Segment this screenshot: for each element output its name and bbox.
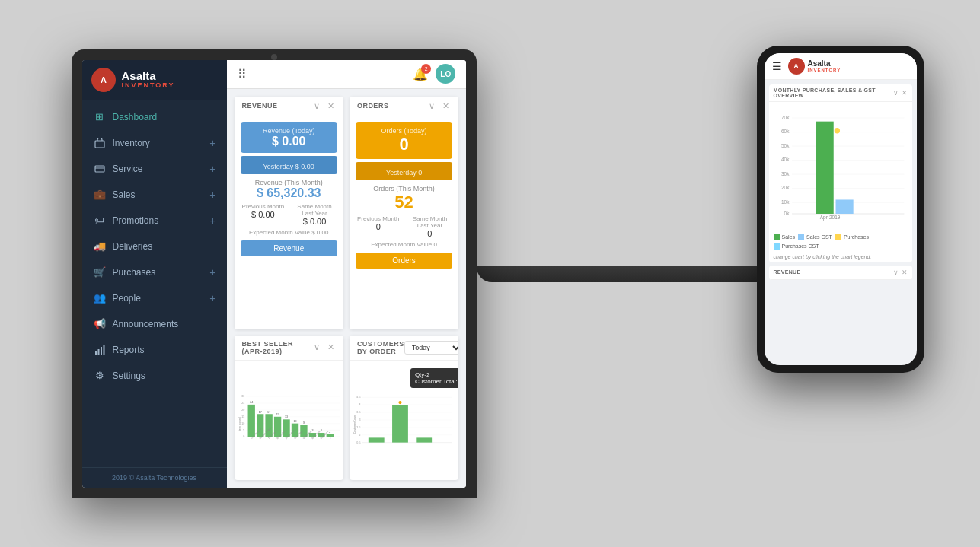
- svg-rect-90: [835, 199, 853, 214]
- svg-rect-5: [95, 351, 97, 355]
- sidebar-item-deliveries[interactable]: 🚚 Deliveries: [82, 234, 227, 259]
- revenue-close-btn[interactable]: ✕: [326, 101, 336, 111]
- best-seller-close-btn[interactable]: ✕: [326, 342, 336, 352]
- sidebar-item-dashboard[interactable]: ⊞ Dashboard: [82, 104, 227, 130]
- sidebar-item-service[interactable]: Service +: [82, 156, 227, 182]
- svg-text:Apr-2019: Apr-2019: [819, 215, 840, 221]
- orders-button[interactable]: Orders: [356, 253, 452, 269]
- svg-rect-93: [774, 234, 780, 240]
- phone-chart-minimize-btn[interactable]: ∨: [893, 89, 899, 97]
- people-plus-icon[interactable]: +: [209, 292, 215, 304]
- sidebar-item-label: Inventory: [113, 138, 150, 148]
- legend-purchases[interactable]: Purchases: [835, 234, 869, 240]
- svg-text:15: 15: [241, 415, 244, 418]
- orders-minimize-btn[interactable]: ∨: [427, 101, 436, 111]
- sidebar-item-announcements[interactable]: 📢 Announcements: [82, 311, 227, 337]
- orders-close-btn[interactable]: ✕: [441, 101, 451, 111]
- revenue-today-card: Revenue (Today) $ 0.00: [241, 122, 337, 153]
- orders-month-value: 52: [356, 192, 452, 212]
- svg-rect-7: [101, 347, 102, 355]
- customers-filter-select[interactable]: Today This Week This Month: [404, 341, 459, 355]
- orders-widget-body: Orders (Today) 0 Yesterday 0 Orders (Thi…: [350, 116, 458, 329]
- revenue-same-month: Same Month Last Year $ 0.00: [292, 203, 337, 226]
- settings-icon: ⚙: [93, 369, 107, 383]
- sidebar-item-label: People: [113, 293, 141, 304]
- svg-text:2.5: 2.5: [356, 425, 360, 428]
- promotions-plus-icon[interactable]: +: [209, 215, 215, 227]
- grid-icon[interactable]: ⠿: [238, 67, 247, 81]
- svg-text:CustomerCount: CustomerCount: [353, 415, 356, 434]
- phone-revenue-widget: REVENUE ∨ ✕: [769, 266, 912, 280]
- notification-bell[interactable]: 🔔 2: [413, 67, 428, 81]
- revenue-button[interactable]: Revenue: [241, 240, 337, 256]
- svg-text:5: 5: [243, 428, 244, 431]
- phone-bar-chart: 70k 60k 50k 40k 30k 20k 10k 0k: [774, 105, 908, 227]
- service-plus-icon[interactable]: +: [209, 163, 215, 175]
- sidebar-item-people[interactable]: 👥 People +: [82, 285, 227, 311]
- chart-tooltip: Qty-2Customer Total:1: [410, 368, 458, 388]
- sidebar-item-sales[interactable]: 💼 Sales +: [82, 182, 227, 208]
- svg-text:20k: 20k: [780, 185, 789, 190]
- legend-sales-label: Sales: [782, 234, 796, 240]
- phone-chart-close-btn[interactable]: ✕: [902, 89, 908, 97]
- svg-rect-69: [392, 405, 408, 442]
- svg-text:13: 13: [285, 415, 288, 418]
- orders-prev-month-value: 0: [356, 222, 401, 231]
- reports-icon: [93, 343, 107, 357]
- svg-text:4: 4: [359, 403, 360, 406]
- app-layout: A Asalta INVENTORY ⊞ Dashboard: [82, 60, 467, 488]
- sidebar-logo: A Asalta INVENTORY: [82, 60, 227, 100]
- sidebar-item-reports[interactable]: Reports: [82, 337, 227, 363]
- laptop-camera: [271, 54, 277, 60]
- sidebar-footer: 2019 © Asalta Technologies: [82, 467, 227, 488]
- legend-sales-gst[interactable]: Sales GST: [798, 234, 832, 240]
- orders-widget-header: ORDERS ∨ ✕: [350, 97, 458, 116]
- svg-text:17: 17: [258, 410, 261, 413]
- phone-content: MONTHLY PURCHASE, SALES & GST OVERVIEW ∨…: [765, 80, 917, 365]
- phone-chart-note: change chart by clicking the chart legen…: [769, 253, 912, 262]
- best-seller-minimize-btn[interactable]: ∨: [312, 342, 321, 352]
- logo-sub: INVENTORY: [122, 81, 175, 89]
- legend-purchases-cst-label: Purchases CST: [782, 243, 819, 249]
- svg-point-91: [834, 127, 839, 132]
- prev-month-value: $ 0.00: [241, 210, 286, 219]
- svg-rect-68: [369, 437, 385, 442]
- people-icon: 👥: [93, 291, 107, 305]
- user-avatar[interactable]: LO: [436, 64, 455, 84]
- legend-sales[interactable]: Sales: [774, 234, 796, 240]
- phone-menu-icon[interactable]: ☰: [772, 60, 782, 72]
- prev-month-label: Previous Month: [241, 203, 286, 210]
- legend-purchases-cst[interactable]: Purchases CST: [774, 243, 819, 250]
- promotions-icon: 🏷: [93, 214, 107, 227]
- laptop-container: A Asalta INVENTORY ⊞ Dashboard: [72, 15, 909, 533]
- logo-main: Asalta: [122, 70, 175, 81]
- notification-badge: 2: [421, 64, 431, 74]
- sales-plus-icon[interactable]: +: [209, 189, 215, 201]
- phone-revenue-title: REVENUE: [774, 269, 893, 275]
- svg-text:20: 20: [241, 409, 244, 412]
- deliveries-icon: 🚚: [93, 240, 107, 253]
- phone-logo-sub: INVENTORY: [808, 68, 841, 72]
- sidebar-item-inventory[interactable]: Inventory +: [82, 130, 227, 156]
- phone-revenue-close-btn[interactable]: ✕: [902, 269, 908, 276]
- phone-topbar: ☰ A Asalta INVENTORY: [765, 53, 917, 80]
- phone-revenue-header: REVENUE ∨ ✕: [769, 266, 912, 280]
- sidebar-item-promotions[interactable]: 🏷 Promotions +: [82, 208, 227, 234]
- phone-logo-main: Asalta: [808, 60, 841, 68]
- sidebar-item-settings[interactable]: ⚙ Settings: [82, 363, 227, 389]
- sidebar-item-purchases[interactable]: 🛒 Purchases +: [82, 259, 227, 285]
- purchases-plus-icon[interactable]: +: [209, 266, 215, 278]
- revenue-yesterday-text: Yesterday $ 0.00: [263, 163, 314, 170]
- inventory-plus-icon[interactable]: +: [209, 137, 215, 149]
- legend-purchases-label: Purchases: [844, 234, 869, 240]
- svg-rect-6: [97, 349, 99, 355]
- svg-text:10: 10: [293, 419, 296, 422]
- phone-chart-widget: MONTHLY PURCHASE, SALES & GST OVERVIEW ∨…: [769, 84, 912, 262]
- svg-text:0: 0: [243, 435, 244, 438]
- orders-same-month-value: 0: [407, 229, 453, 238]
- phone-chart-header: MONTHLY PURCHASE, SALES & GST OVERVIEW ∨…: [769, 84, 912, 102]
- purchases-icon: 🛒: [93, 266, 107, 279]
- phone-revenue-minimize-btn[interactable]: ∨: [893, 269, 899, 276]
- revenue-minimize-btn[interactable]: ∨: [312, 101, 321, 111]
- customers-header: CUSTOMERS BY ORDER Today This Week This …: [350, 336, 458, 361]
